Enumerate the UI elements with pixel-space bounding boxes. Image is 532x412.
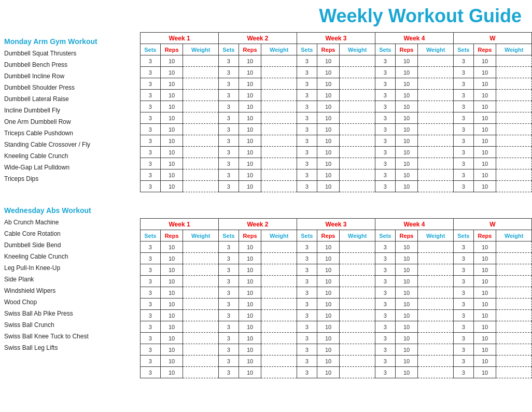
cell-weight[interactable] bbox=[261, 333, 297, 344]
cell-weight[interactable] bbox=[183, 55, 219, 67]
cell-weight[interactable] bbox=[261, 101, 297, 112]
cell-weight[interactable] bbox=[183, 147, 219, 158]
cell-weight[interactable] bbox=[418, 90, 454, 101]
cell-weight[interactable] bbox=[183, 287, 219, 299]
cell-weight[interactable] bbox=[418, 124, 454, 135]
cell-weight[interactable] bbox=[340, 333, 375, 344]
cell-weight[interactable] bbox=[261, 356, 297, 367]
cell-weight[interactable] bbox=[496, 299, 532, 310]
cell-weight[interactable] bbox=[183, 124, 219, 135]
cell-weight[interactable] bbox=[496, 367, 532, 378]
cell-weight[interactable] bbox=[496, 321, 532, 333]
cell-weight[interactable] bbox=[261, 264, 297, 276]
cell-weight[interactable] bbox=[261, 158, 297, 169]
cell-weight[interactable] bbox=[418, 55, 454, 67]
cell-weight[interactable] bbox=[418, 310, 454, 321]
cell-weight[interactable] bbox=[496, 264, 532, 276]
cell-weight[interactable] bbox=[496, 55, 532, 67]
cell-weight[interactable] bbox=[418, 344, 454, 356]
cell-weight[interactable] bbox=[183, 344, 219, 356]
cell-weight[interactable] bbox=[183, 158, 219, 169]
cell-weight[interactable] bbox=[183, 241, 219, 253]
cell-weight[interactable] bbox=[340, 253, 375, 264]
cell-weight[interactable] bbox=[340, 112, 375, 124]
cell-weight[interactable] bbox=[183, 169, 219, 181]
cell-weight[interactable] bbox=[496, 169, 532, 181]
cell-weight[interactable] bbox=[496, 67, 532, 78]
cell-weight[interactable] bbox=[418, 67, 454, 78]
cell-weight[interactable] bbox=[340, 287, 375, 299]
cell-weight[interactable] bbox=[496, 124, 532, 135]
cell-weight[interactable] bbox=[183, 333, 219, 344]
cell-weight[interactable] bbox=[496, 253, 532, 264]
cell-weight[interactable] bbox=[340, 90, 375, 101]
cell-weight[interactable] bbox=[340, 181, 375, 192]
cell-weight[interactable] bbox=[496, 287, 532, 299]
cell-weight[interactable] bbox=[183, 135, 219, 147]
cell-weight[interactable] bbox=[340, 55, 375, 67]
cell-weight[interactable] bbox=[418, 253, 454, 264]
cell-weight[interactable] bbox=[340, 135, 375, 147]
cell-weight[interactable] bbox=[418, 333, 454, 344]
cell-weight[interactable] bbox=[340, 67, 375, 78]
cell-weight[interactable] bbox=[340, 264, 375, 276]
cell-weight[interactable] bbox=[340, 101, 375, 112]
cell-weight[interactable] bbox=[418, 112, 454, 124]
cell-weight[interactable] bbox=[340, 147, 375, 158]
cell-weight[interactable] bbox=[183, 90, 219, 101]
cell-weight[interactable] bbox=[261, 169, 297, 181]
cell-weight[interactable] bbox=[261, 147, 297, 158]
cell-weight[interactable] bbox=[496, 158, 532, 169]
cell-weight[interactable] bbox=[496, 90, 532, 101]
cell-weight[interactable] bbox=[340, 299, 375, 310]
cell-weight[interactable] bbox=[418, 299, 454, 310]
cell-weight[interactable] bbox=[183, 78, 219, 90]
cell-weight[interactable] bbox=[261, 321, 297, 333]
cell-weight[interactable] bbox=[340, 344, 375, 356]
cell-weight[interactable] bbox=[418, 147, 454, 158]
cell-weight[interactable] bbox=[183, 310, 219, 321]
cell-weight[interactable] bbox=[418, 241, 454, 253]
cell-weight[interactable] bbox=[496, 344, 532, 356]
cell-weight[interactable] bbox=[340, 124, 375, 135]
cell-weight[interactable] bbox=[418, 169, 454, 181]
cell-weight[interactable] bbox=[261, 344, 297, 356]
cell-weight[interactable] bbox=[496, 101, 532, 112]
cell-weight[interactable] bbox=[418, 78, 454, 90]
cell-weight[interactable] bbox=[183, 321, 219, 333]
cell-weight[interactable] bbox=[496, 112, 532, 124]
cell-weight[interactable] bbox=[418, 367, 454, 378]
cell-weight[interactable] bbox=[496, 310, 532, 321]
cell-weight[interactable] bbox=[496, 356, 532, 367]
cell-weight[interactable] bbox=[261, 67, 297, 78]
cell-weight[interactable] bbox=[418, 276, 454, 287]
cell-weight[interactable] bbox=[418, 135, 454, 147]
cell-weight[interactable] bbox=[496, 135, 532, 147]
cell-weight[interactable] bbox=[261, 90, 297, 101]
cell-weight[interactable] bbox=[183, 264, 219, 276]
cell-weight[interactable] bbox=[418, 101, 454, 112]
cell-weight[interactable] bbox=[340, 356, 375, 367]
cell-weight[interactable] bbox=[496, 241, 532, 253]
cell-weight[interactable] bbox=[340, 169, 375, 181]
cell-weight[interactable] bbox=[496, 276, 532, 287]
cell-weight[interactable] bbox=[496, 78, 532, 90]
cell-weight[interactable] bbox=[496, 333, 532, 344]
cell-weight[interactable] bbox=[340, 367, 375, 378]
cell-weight[interactable] bbox=[261, 241, 297, 253]
cell-weight[interactable] bbox=[261, 276, 297, 287]
cell-weight[interactable] bbox=[261, 287, 297, 299]
cell-weight[interactable] bbox=[418, 264, 454, 276]
cell-weight[interactable] bbox=[496, 147, 532, 158]
cell-weight[interactable] bbox=[340, 241, 375, 253]
cell-weight[interactable] bbox=[183, 67, 219, 78]
cell-weight[interactable] bbox=[183, 299, 219, 310]
cell-weight[interactable] bbox=[418, 181, 454, 192]
cell-weight[interactable] bbox=[340, 321, 375, 333]
cell-weight[interactable] bbox=[183, 101, 219, 112]
cell-weight[interactable] bbox=[418, 321, 454, 333]
cell-weight[interactable] bbox=[183, 112, 219, 124]
cell-weight[interactable] bbox=[418, 356, 454, 367]
cell-weight[interactable] bbox=[261, 112, 297, 124]
cell-weight[interactable] bbox=[261, 124, 297, 135]
